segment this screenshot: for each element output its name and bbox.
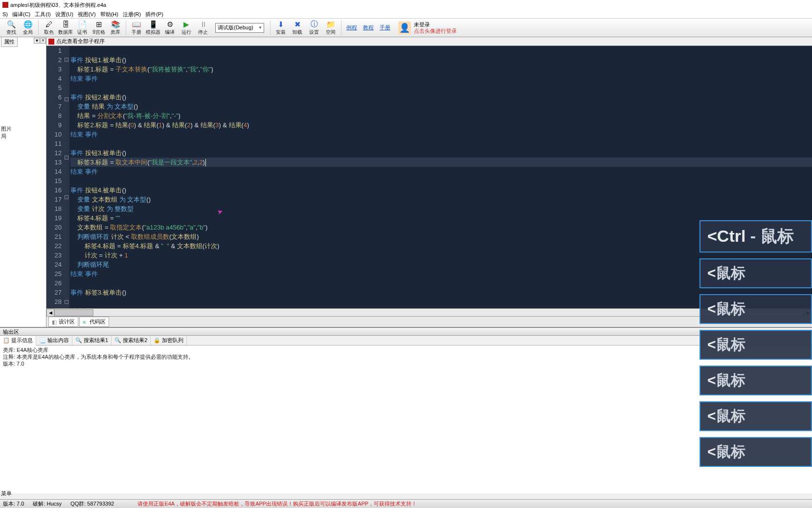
- code-line[interactable]: 变量 计次 为 整数型: [70, 204, 812, 213]
- toolbar-安装-button[interactable]: ⬇安装: [272, 19, 289, 37]
- code-line[interactable]: 事件 按钮4.被单击(): [70, 185, 812, 195]
- menu-item[interactable]: 设置(U): [54, 10, 75, 18]
- toolbar-卸载-button[interactable]: ✖卸载: [289, 19, 306, 37]
- sidebar-item-layout[interactable]: 局: [1, 133, 12, 140]
- output-line: 注释: 本类库是E4A的核心类库，为系统本身和每个子程序提供必需的功能支持。: [3, 353, 809, 360]
- editor-tab[interactable]: 点此查看全部子程序: [56, 38, 105, 45]
- fold-marker[interactable]: -: [65, 97, 68, 101]
- toolbar-查找-button[interactable]: 🔍查找: [3, 19, 20, 37]
- output-tab[interactable]: 🔒加密队列: [151, 336, 187, 345]
- avatar-icon[interactable]: 👤: [398, 22, 411, 34]
- status-bar: 版本: 7.0 破解: Hucsy QQ群: 587793392 请使用正版E4…: [0, 499, 812, 508]
- toolbar-证书-button[interactable]: 📄证书: [74, 19, 90, 37]
- code-line[interactable]: [70, 83, 812, 92]
- output-tab[interactable]: 📋提示信息: [0, 336, 36, 346]
- tab-icon: 📃: [39, 337, 46, 344]
- menu-item[interactable]: S): [1, 10, 9, 18]
- code-line[interactable]: 事件 按钮2.被单击(): [70, 92, 812, 102]
- code-line[interactable]: [70, 176, 812, 185]
- toolbar-类库-button[interactable]: 📚类库: [107, 19, 124, 37]
- output-title: 输出区: [0, 328, 812, 336]
- menu-item[interactable]: 插件(P): [144, 10, 165, 18]
- sidebar-pin-icon[interactable]: ▾: [34, 38, 40, 44]
- sidebar-content: 图片 局: [1, 125, 12, 140]
- toolbar-取色-button[interactable]: 🖊取色: [41, 19, 57, 37]
- code-line[interactable]: 变量 结果 为 文本型(): [70, 102, 812, 111]
- login-area[interactable]: 👤未登录点击头像进行登录: [398, 22, 457, 34]
- code-line[interactable]: 标签1.标题 = 子文本替换("我将被替换","我","你"): [70, 65, 812, 74]
- status-version: 版本: 7.0: [3, 500, 24, 508]
- code-line[interactable]: 事件 按钮1.被单击(): [70, 55, 812, 65]
- code-line[interactable]: 结束 事件: [70, 74, 812, 83]
- output-tab[interactable]: 📃输出内容: [36, 336, 72, 345]
- menu-item[interactable]: 工具(I): [33, 10, 52, 18]
- code-line[interactable]: [70, 46, 812, 55]
- toolbar-编译-button[interactable]: ⚙编译: [161, 19, 178, 37]
- toolbar-模拟器-button[interactable]: 📱模拟器: [145, 19, 161, 37]
- menu-item[interactable]: 视图(V): [76, 10, 97, 18]
- output-line: 版本: 7.0: [3, 360, 809, 367]
- output-body: 类库: E4A核心类库注释: 本类库是E4A的核心类库，为系统本身和每个子程序提…: [0, 346, 812, 493]
- keystroke-indicator: <鼠标: [699, 294, 812, 324]
- editor-tabbar: 点此查看全部子程序: [46, 37, 812, 46]
- toolbar-手册-button[interactable]: 📖手册: [128, 19, 145, 37]
- code-area[interactable]: 1234567891011121314151617181920212223242…: [46, 46, 812, 308]
- toolbar-空间-button[interactable]: 📁空间: [322, 19, 339, 37]
- toolbar: 🔍查找🌐全局🖊取色🗄数据库📄证书⊞9宫格📚类库📖手册📱模拟器⚙编译▶运行⏸停止调…: [0, 19, 812, 37]
- fold-marker[interactable]: -: [65, 300, 68, 304]
- mode-tab[interactable]: ≡代码区: [79, 317, 109, 327]
- horizontal-scrollbar[interactable]: ◀ ▶: [46, 308, 812, 316]
- status-crack: 破解: Hucsy: [33, 500, 62, 508]
- title-text: amples\初级例程\03、文本操作例程.e4a: [10, 0, 106, 10]
- keystroke-indicator: <Ctrl - 鼠标: [699, 220, 812, 253]
- code-line[interactable]: [70, 139, 812, 148]
- tab-icon: ≡: [83, 319, 88, 324]
- menu-bar: S)编译(C)工具(I)设置(U)视图(V)帮助(H)注册(R)插件(P): [0, 10, 812, 19]
- menu-item[interactable]: 帮助(H): [99, 10, 120, 18]
- toolbar-停止-button[interactable]: ⏸停止: [195, 19, 211, 37]
- login-link[interactable]: 点击头像进行登录: [414, 28, 457, 34]
- line-gutter: 1234567891011121314151617181920212223242…: [46, 46, 65, 308]
- sidebar: ▾ × 属性 图片 局: [0, 37, 46, 327]
- output-line: 类库: E4A核心类库: [3, 346, 809, 353]
- fold-marker[interactable]: -: [65, 58, 68, 62]
- status-warning: 请使用正版E4A，破解版会不定期触发暗桩，导致APP出现错误！购买正版后可以编译…: [137, 500, 417, 508]
- sidebar-item-image[interactable]: 图片: [1, 125, 12, 133]
- mode-tab[interactable]: ◧设计区: [48, 317, 78, 327]
- toolbar-9宫格-button[interactable]: ⊞9宫格: [90, 19, 107, 37]
- toolbar-运行-button[interactable]: ▶运行: [178, 19, 195, 37]
- code-line[interactable]: 标签2.标题 = 结果(0) & 结果(1) & 结果(2) & 结果(3) &…: [70, 120, 812, 130]
- sidebar-bottom-label[interactable]: 菜单: [1, 490, 12, 497]
- code-line[interactable]: 事件 按钮3.被单击(): [70, 148, 812, 158]
- tab-icon: 🔒: [154, 337, 160, 344]
- code-line[interactable]: 变量 文本数组 为 文本型(): [70, 195, 812, 204]
- toolbar-link[interactable]: 例程: [343, 24, 360, 31]
- toolbar-设置-button[interactable]: ⓘ设置: [306, 19, 322, 37]
- code-line[interactable]: 标签3.标题 = 取文本中间("我是一段文本",2,2): [70, 158, 812, 167]
- tab-icon: ◧: [52, 319, 57, 324]
- fold-column: -----: [65, 46, 69, 308]
- toolbar-全局-button[interactable]: 🌐全局: [20, 19, 36, 37]
- scroll-left-icon[interactable]: ◀: [46, 309, 54, 317]
- toolbar-link[interactable]: 手册: [377, 24, 393, 31]
- fold-marker[interactable]: -: [65, 195, 68, 199]
- sidebar-tab-properties[interactable]: 属性: [1, 37, 18, 47]
- tab-icon: 🔍: [75, 337, 82, 344]
- scroll-thumb[interactable]: [54, 309, 93, 316]
- code-line[interactable]: 结束 事件: [70, 167, 812, 176]
- menu-item[interactable]: 编译(C): [11, 10, 32, 18]
- tab-icon: 🔍: [114, 337, 121, 344]
- output-tab[interactable]: 🔍搜索结果1: [72, 336, 112, 345]
- toolbar-数据库-button[interactable]: 🗄数据库: [57, 19, 74, 37]
- build-mode-combo[interactable]: 调试版(Debug): [215, 23, 264, 33]
- output-tab[interactable]: 🔍搜索结果2: [112, 336, 151, 345]
- keystroke-indicator: <鼠标: [699, 366, 812, 395]
- toolbar-link[interactable]: 教程: [360, 24, 377, 31]
- fold-marker[interactable]: -: [65, 156, 68, 160]
- code-line[interactable]: 结束 事件: [70, 130, 812, 139]
- keystroke-indicator: <鼠标: [699, 401, 812, 431]
- code-line[interactable]: 结果 = 分割文本("我-将-被-分-割","-"): [70, 111, 812, 120]
- tab-icon: 📋: [3, 337, 10, 344]
- menu-item[interactable]: 注册(R): [121, 10, 142, 18]
- sidebar-close-icon[interactable]: ×: [40, 38, 46, 44]
